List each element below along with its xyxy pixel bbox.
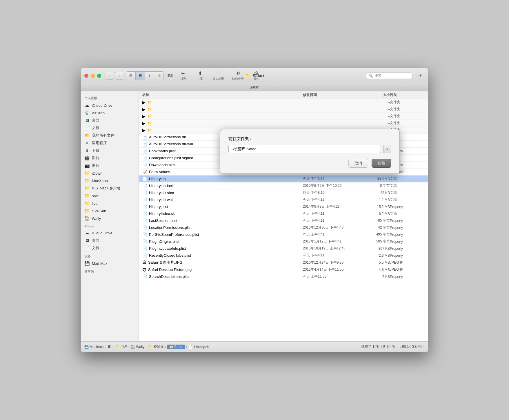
cancel-button[interactable]: 取消 bbox=[348, 159, 368, 168]
sidebar-item-allfiles[interactable]: 📂 我的所有文件 bbox=[81, 132, 139, 139]
sidebar-item-ios-macx[interactable]: 📁 IOS_MacX 客户端 bbox=[81, 184, 139, 192]
folder-icon3: 📁 bbox=[84, 186, 90, 191]
folder-icon6: 📁 bbox=[84, 208, 90, 213]
folder-icon2: 📁 bbox=[84, 178, 90, 183]
file-area: 名称 修改日期 大小 种类 ▶📁 -- 文件夹 ▶📁 -- 文件夹 bbox=[139, 91, 428, 341]
sort-button[interactable]: ⊟ 排列 bbox=[176, 70, 190, 82]
sidebar: 个人收藏 ☁ iCloud Drive 📡 AirDrop 🖥 桌面 📄 文稿 … bbox=[81, 91, 139, 341]
sidebar-item-desktop2[interactable]: 🖥 桌面 bbox=[81, 237, 139, 244]
column-view-btn[interactable]: ⫶ bbox=[145, 72, 154, 80]
goto-button[interactable]: 前往 bbox=[372, 159, 391, 168]
sidebar-item-icloud-drive[interactable]: ☁ iCloud Drive bbox=[81, 102, 139, 109]
dialog-title: 前往文件夹： bbox=[228, 136, 391, 142]
sidebar-item-sale[interactable]: 📁 sale bbox=[81, 192, 139, 200]
sidebar-item-desktop[interactable]: 🖥 桌面 bbox=[81, 117, 139, 124]
sidebar-item-downloads[interactable]: ⬇ 下载 bbox=[81, 147, 139, 154]
minimize-button[interactable] bbox=[91, 74, 95, 78]
list-view-btn[interactable]: ☰ bbox=[136, 72, 145, 80]
movies-icon: 🎬 bbox=[84, 155, 90, 161]
home-icon: 🏠 bbox=[84, 216, 90, 221]
sidebar-item-idown[interactable]: 📁 iDown bbox=[81, 169, 139, 177]
sidebar-item-applications[interactable]: ✳ 应用程序 bbox=[81, 139, 139, 147]
applications-icon: ✳ bbox=[84, 140, 90, 146]
close-button[interactable] bbox=[84, 74, 88, 78]
fullscreen-button[interactable] bbox=[97, 74, 101, 78]
breadcrumb-library[interactable]: 📁 资源库 bbox=[148, 344, 163, 349]
back-button[interactable]: ‹ bbox=[106, 72, 114, 80]
dialog-buttons: 取消 前往 bbox=[228, 159, 391, 168]
documents-icon2: 📄 bbox=[84, 245, 90, 251]
sidebar-item-svpsub[interactable]: 📁 SVPSub bbox=[81, 207, 139, 215]
quicklook-button[interactable]: 👁 快速查看 bbox=[229, 70, 247, 82]
search-box[interactable]: 🔍 bbox=[366, 73, 412, 79]
display-label: 显示 bbox=[167, 74, 173, 78]
sidebar-icloud-header: iCloud bbox=[81, 222, 139, 229]
breadcrumb-wally[interactable]: 🏠 Wally bbox=[131, 345, 144, 349]
main-content: 个人收藏 ☁ iCloud Drive 📡 AirDrop 🖥 桌面 📄 文稿 … bbox=[81, 91, 428, 341]
sidebar-item-live[interactable]: 📁 live bbox=[81, 200, 139, 207]
bookmark-button[interactable]: ⬜ 添加标记 bbox=[210, 70, 227, 82]
sidebar-item-mad-max[interactable]: 💾 Mad Max bbox=[81, 260, 139, 267]
titlebar: ‹ › ⊞ ☰ ⫶ ⫷ 显示 ⊟ 排列 ⬆ 共享 ⬜ 添加标记 bbox=[81, 68, 428, 83]
sidebar-item-airdrop[interactable]: 📡 AirDrop bbox=[81, 109, 139, 117]
sidebar-personal-header: 个人收藏 bbox=[81, 94, 139, 102]
allfiles-icon: 📂 bbox=[84, 133, 90, 138]
sidebar-item-pictures[interactable]: 📷 图片 bbox=[81, 162, 139, 169]
folder-path-input[interactable] bbox=[228, 145, 381, 153]
nav-buttons: ‹ › bbox=[106, 72, 123, 80]
icon-view-btn[interactable]: ⊞ bbox=[126, 72, 136, 80]
tab-label: Safari bbox=[250, 85, 259, 89]
airdrop-icon: 📡 bbox=[84, 110, 90, 115]
pictures-icon: 📷 bbox=[84, 163, 90, 168]
breadcrumb-safari[interactable]: 📁 Safari bbox=[167, 345, 185, 349]
breadcrumb-hdd[interactable]: 💾 Macintosh HD bbox=[84, 345, 112, 349]
view-toggle-group: ⊞ ☰ ⫶ ⫷ bbox=[126, 71, 164, 80]
sidebar-devices-header: 设备 bbox=[81, 252, 139, 260]
window-title: 📁 Safari bbox=[245, 73, 264, 78]
status-text: 选择了 1 项（共 34 项），90.14 GB 可用 bbox=[361, 344, 425, 349]
downloads-icon: ⬇ bbox=[84, 148, 90, 153]
sidebar-item-wally[interactable]: 🏠 Wally bbox=[81, 215, 139, 222]
dialog-overlay: 前往文件夹： ▾ 取消 前往 bbox=[139, 91, 428, 341]
folder-icon5: 📁 bbox=[84, 201, 90, 206]
folder-icon4: 📁 bbox=[84, 193, 90, 198]
harddisk-icon: 💾 bbox=[84, 261, 90, 266]
forward-button[interactable]: › bbox=[115, 72, 123, 80]
breadcrumb-historydb[interactable]: 📄 History.db bbox=[188, 345, 209, 349]
dialog-input-row: ▾ bbox=[228, 145, 391, 153]
desktop-icon: 🖥 bbox=[84, 118, 90, 123]
documents-icon: 📄 bbox=[84, 125, 90, 131]
traffic-lights bbox=[84, 74, 101, 78]
breadcrumb-users[interactable]: 📁 用户 bbox=[115, 344, 127, 349]
title-folder-icon: 📁 bbox=[245, 73, 251, 78]
sidebar-item-movies[interactable]: 🎬 影片 bbox=[81, 154, 139, 162]
goto-folder-dialog: 前往文件夹： ▾ 取消 前往 bbox=[220, 129, 400, 174]
folder-dropdown-button[interactable]: ▾ bbox=[383, 145, 391, 153]
sidebar-item-docs2[interactable]: 📄 文稿 bbox=[81, 244, 139, 252]
share-button[interactable]: ⬆ 共享 bbox=[193, 70, 207, 82]
sidebar-item-icloud-drive2[interactable]: ☁ iCloud Drive bbox=[81, 229, 139, 237]
search-input[interactable] bbox=[375, 74, 410, 78]
sidebar-item-documents[interactable]: 📄 文稿 bbox=[81, 124, 139, 132]
sidebar-shared-header: 共享的 bbox=[81, 267, 139, 275]
desktop-icon2: 🖥 bbox=[84, 238, 90, 243]
sidebar-item-macxapp[interactable]: 📁 MacXapp bbox=[81, 177, 139, 184]
breadcrumb: 💾 Macintosh HD › 📁 用户 › 🏠 Wally › 📁 资源库 … bbox=[84, 344, 209, 349]
icloud-icon: ☁ bbox=[84, 103, 90, 108]
icloud-icon2: ☁ bbox=[84, 230, 90, 236]
tab-bar: Safari bbox=[81, 83, 428, 91]
search-icon: 🔍 bbox=[369, 74, 373, 78]
folder-icon: 📁 bbox=[84, 171, 90, 176]
coverflow-view-btn[interactable]: ⫷ bbox=[154, 72, 163, 80]
new-tab-button[interactable]: + bbox=[417, 72, 425, 80]
statusbar: 💾 Macintosh HD › 📁 用户 › 🏠 Wally › 📁 资源库 … bbox=[81, 341, 428, 352]
